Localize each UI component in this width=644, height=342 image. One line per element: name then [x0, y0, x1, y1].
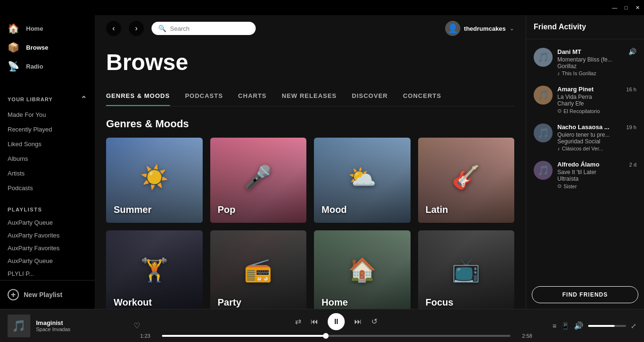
progress-fill [162, 335, 326, 337]
genre-card-workout-overlay: 🏋️ Workout [106, 230, 203, 309]
friend-activity-panel: Friend Activity 🎵 Dani MT 🔊 Momentary Bl… [526, 15, 644, 309]
library-recently-played[interactable]: Recently Played [0, 122, 95, 137]
library-podcasts[interactable]: Podcasts [0, 181, 95, 195]
track-name: Imaginist [36, 319, 128, 326]
friend-name-dani: Dani MT [557, 48, 581, 55]
shuffle-button[interactable]: ⇄ [295, 317, 301, 326]
progress-bar[interactable] [162, 335, 510, 337]
friend-song-dani: Momentary Bliss (fe... [557, 56, 636, 63]
friend-item-amarg[interactable]: 🎵 Amarg Pinet 16 h La Vida Perra Charly … [530, 81, 640, 119]
album-art: 🎵 [8, 315, 30, 337]
like-button[interactable]: ♡ [134, 321, 140, 330]
playlist-icon-alfredo: ⊙ [557, 183, 562, 189]
tab-discover[interactable]: DISCOVER [352, 87, 388, 106]
library-made-for-you[interactable]: Made For You [0, 107, 95, 122]
playlist-item-0[interactable]: AuxParty Queue [0, 216, 95, 229]
player-right: ≡ 📱 🔊 ⤢ [532, 321, 636, 330]
summer-icon: ☀️ [140, 164, 169, 191]
repeat-button[interactable]: ↺ [371, 317, 377, 326]
tab-charts[interactable]: CHARTS [238, 87, 267, 106]
playlist-icon-amarg: ⊙ [557, 108, 562, 114]
main-content: ‹ › 🔍 👤 thedrumcakes ⌄ Browse GENRES [95, 15, 526, 309]
devices-icon[interactable]: 📱 [561, 322, 569, 330]
library-artists[interactable]: Artists [0, 166, 95, 181]
genre-card-home[interactable]: 🏠 Home [314, 230, 411, 309]
genre-label-mood: Mood [322, 204, 403, 215]
genre-label-latin: Latin [426, 204, 507, 215]
genre-card-focus[interactable]: 📺 Focus [418, 230, 515, 309]
genre-card-workout[interactable]: 🏋️ Workout [106, 230, 203, 309]
sidebar: 🏠 Home 📦 Browse 📡 Radio YOUR LIBRARY ⌃ M… [0, 15, 95, 309]
friend-playlist-nacho: ♪ Clásicos del Ver... [557, 146, 636, 151]
library-items: Made For You Recently Played Liked Songs… [0, 107, 95, 195]
friend-header-alfredo: Alfredo Álamo 2 d [557, 161, 636, 168]
minimize-btn[interactable]: — [612, 5, 617, 10]
playlists-section-title: PLAYLISTS [0, 203, 95, 216]
friend-item-nacho[interactable]: 🎵 Nacho Lasaosa ... 19 h Quiero tener tu… [530, 119, 640, 156]
friend-info-alfredo: Alfredo Álamo 2 d Save It 'til Later Ult… [557, 161, 636, 189]
playlist-item-2[interactable]: AuxParty Favorites [0, 242, 95, 254]
genre-card-summer[interactable]: ☀️ Summer [106, 138, 203, 223]
friend-header-nacho: Nacho Lasaosa ... 19 h [557, 123, 636, 131]
tab-new-releases[interactable]: NEW RELEASES [282, 87, 337, 106]
genres-grid: ☀️ Summer 🎤 Pop ⛅ Mood [106, 138, 514, 309]
friend-info-amarg: Amarg Pinet 16 h La Vida Perra Charly Ef… [557, 86, 636, 114]
track-info: Imaginist Space Invadas [36, 319, 128, 332]
sidebar-item-home[interactable]: 🏠 Home [0, 19, 95, 38]
genre-card-mood[interactable]: ⛅ Mood [314, 138, 411, 223]
friend-header-dani: Dani MT 🔊 [557, 48, 636, 55]
user-menu[interactable]: 👤 thedrumcakes ⌄ [445, 21, 514, 36]
friend-avatar-dani: 🎵 [534, 48, 553, 67]
progress-row: 1:23 2:58 [140, 333, 532, 339]
friend-time-nacho: 19 h [626, 124, 636, 130]
maximize-btn[interactable]: □ [623, 5, 629, 10]
friend-avatar-nacho: 🎵 [534, 123, 553, 142]
sidebar-item-radio-label: Radio [26, 63, 43, 70]
library-albums[interactable]: Albums [0, 151, 95, 166]
friend-artist-dani: Gorillaz [557, 63, 636, 70]
player-controls: ⇄ ⏮ ⏸ ⏭ ↺ [295, 313, 377, 330]
friend-playlist-amarg: ⊙ El Recopilatorio [557, 108, 636, 114]
play-pause-button[interactable]: ⏸ [328, 313, 345, 330]
genre-card-latin[interactable]: 🎸 Latin [418, 138, 515, 223]
fullscreen-icon[interactable]: ⤢ [631, 322, 636, 330]
tab-podcasts[interactable]: PODCASTS [185, 87, 223, 106]
genre-label-party: Party [218, 297, 299, 308]
chevron-up-icon[interactable]: ⌃ [80, 95, 87, 104]
app-body: 🏠 Home 📦 Browse 📡 Radio YOUR LIBRARY ⌃ M… [0, 15, 644, 309]
friend-activity-title: Friend Activity [526, 15, 644, 39]
genre-card-pop[interactable]: 🎤 Pop [210, 138, 307, 223]
find-friends-button[interactable]: FIND FRIENDS [532, 286, 638, 303]
queue-icon[interactable]: ≡ [553, 322, 556, 330]
back-button[interactable]: ‹ [106, 21, 121, 36]
next-button[interactable]: ⏭ [354, 317, 362, 326]
prev-button[interactable]: ⏮ [311, 317, 318, 326]
friend-item-dani[interactable]: 🎵 Dani MT 🔊 Momentary Bliss (fe... Goril… [530, 43, 640, 81]
friend-song-alfredo: Save It 'til Later [557, 169, 636, 175]
home-icon: 🏠 [8, 23, 19, 34]
latin-icon: 🎸 [452, 164, 480, 191]
genre-label-workout: Workout [114, 297, 195, 308]
search-input[interactable] [170, 25, 249, 32]
sidebar-item-browse[interactable]: 📦 Browse [0, 38, 95, 57]
genre-card-party[interactable]: 📻 Party [210, 230, 307, 309]
playlist-item-1[interactable]: AuxParty Favorites [0, 229, 95, 242]
tab-genres-moods[interactable]: GENRES & MOODS [106, 87, 170, 106]
sidebar-item-radio[interactable]: 📡 Radio [0, 57, 95, 76]
playlist-item-4[interactable]: PLYLI P... [0, 267, 95, 280]
playlist-item-3[interactable]: AuxParty Queue [0, 254, 95, 267]
forward-button[interactable]: › [129, 21, 144, 36]
close-btn[interactable]: ✕ [635, 5, 640, 10]
genre-label-focus: Focus [426, 297, 507, 308]
friend-item-alfredo[interactable]: 🎵 Alfredo Álamo 2 d Save It 'til Later U… [530, 156, 640, 194]
focus-icon: 📺 [452, 257, 480, 283]
library-liked-songs[interactable]: Liked Songs [0, 137, 95, 151]
tab-concerts[interactable]: CONCERTS [403, 87, 441, 106]
volume-bar[interactable] [588, 325, 626, 327]
sidebar-item-browse-label: Browse [26, 44, 48, 51]
genre-label-summer: Summer [114, 204, 195, 215]
friend-name-nacho: Nacho Lasaosa ... [557, 123, 609, 131]
browse-icon: 📦 [8, 42, 19, 53]
sidebar-item-home-label: Home [26, 25, 43, 32]
new-playlist-button[interactable]: + New Playlist [8, 286, 87, 303]
